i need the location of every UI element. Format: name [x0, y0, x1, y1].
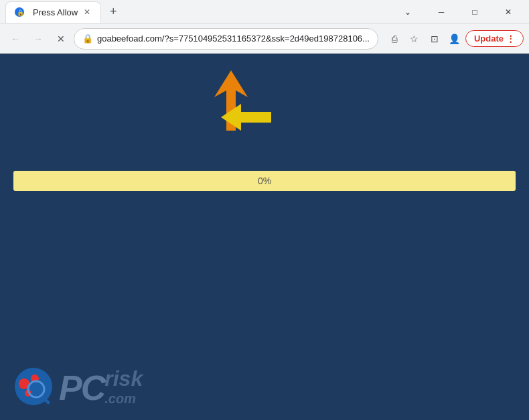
pcrisk-text-group: PC risk .com	[59, 368, 143, 405]
pcrisk-domain-text: .com	[104, 392, 136, 405]
yellow-arrow	[221, 104, 271, 133]
browser-sync-button[interactable]: ⊡	[425, 29, 444, 48]
window-controls: ⌄ ─ □ ✕	[392, 1, 524, 23]
svg-marker-4	[221, 104, 271, 131]
minimize-button[interactable]: ─	[426, 1, 457, 23]
tab-close-button[interactable]: ✕	[82, 7, 92, 17]
pcrisk-logo: PC risk .com	[13, 366, 143, 407]
progress-text: 0%	[258, 176, 271, 186]
pcrisk-risk-group: risk .com	[104, 368, 143, 405]
pcrisk-pc-text: PC	[59, 370, 104, 405]
reload-button[interactable]: ✕	[51, 28, 71, 50]
address-bar: ← → ✕ 🔒 goabeefoad.com/?s=77510495253116…	[0, 24, 529, 54]
active-tab[interactable]: 🔒 Press Allow ✕	[5, 1, 101, 23]
tab-favicon: 🔒	[14, 7, 25, 17]
progress-bar: 0%	[13, 171, 516, 191]
title-bar: 🔒 Press Allow ✕ + ⌄ ─ □ ✕	[0, 0, 529, 24]
url-field[interactable]: 🔒 goabeefoad.com/?s=775104952531165372&s…	[74, 28, 378, 50]
tab-title: Press Allow	[33, 7, 78, 17]
close-button[interactable]: ✕	[493, 1, 524, 23]
pcrisk-risk-text: risk	[104, 368, 143, 389]
progress-container: 0%	[13, 171, 516, 191]
browser-content: 0% PC risk .com	[0, 54, 529, 420]
lock-icon: 🔒	[82, 33, 93, 44]
profile-button[interactable]: 👤	[445, 29, 464, 48]
url-action-buttons: ⎙ ☆ ⊡ 👤 Update ⋮	[385, 29, 524, 48]
share-button[interactable]: ⎙	[385, 29, 404, 48]
bookmark-button[interactable]: ☆	[405, 29, 424, 48]
tab-search-button[interactable]: ⌄	[392, 1, 423, 23]
url-text: goabeefoad.com/?s=775104952531165372&ssk…	[97, 33, 370, 44]
back-button[interactable]: ←	[5, 28, 25, 50]
svg-text:🔒: 🔒	[17, 9, 25, 17]
forward-button[interactable]: →	[28, 28, 48, 50]
new-tab-button[interactable]: +	[104, 3, 123, 21]
maximize-button[interactable]: □	[459, 1, 490, 23]
update-menu-icon: ⋮	[506, 33, 515, 44]
update-button[interactable]: Update ⋮	[465, 30, 524, 47]
update-label: Update	[474, 33, 504, 44]
pcrisk-icon	[13, 366, 54, 407]
